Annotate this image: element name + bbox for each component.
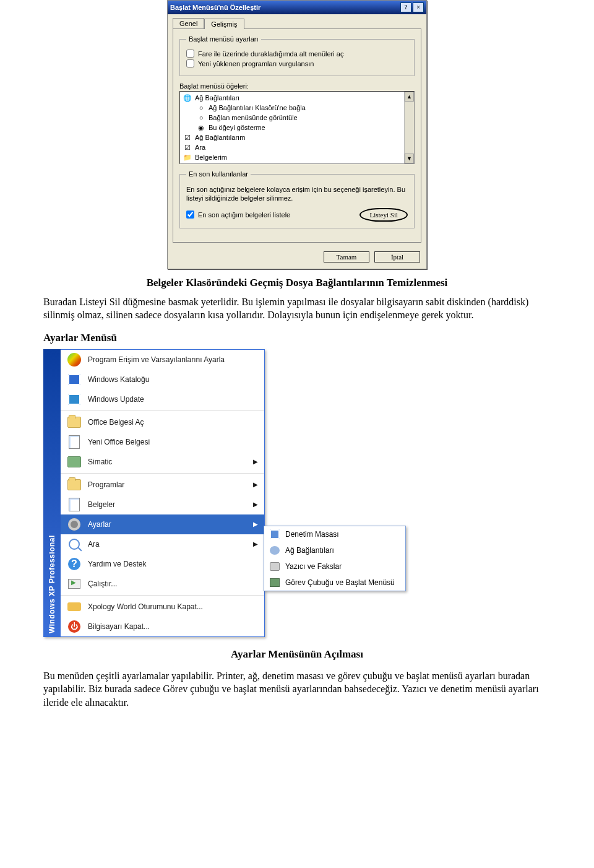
menu-item-new-office[interactable]: Yeni Office Belgesi [61,432,264,452]
taskbar-icon [269,577,280,588]
submenu-label: Ağ Bağlantıları [285,546,334,555]
menu-item-windows-update[interactable]: Windows Update [61,389,264,409]
menu-item-search[interactable]: Ara▶ [61,534,264,554]
folder-open-icon [67,415,82,430]
cancel-button[interactable]: İptal [374,251,420,263]
start-menu-settings-group: Başlat menüsü ayarları Fare ile üzerinde… [179,35,415,76]
chevron-right-icon: ▶ [253,481,258,488]
printer-icon [269,561,280,572]
figure-caption: Ayarlar Menüsünün Açılması [43,648,551,661]
start-menu-items-list[interactable]: 🌐Ağ Bağlantıları ○Ağ Bağlantıları Klasör… [179,91,415,164]
documents-icon [67,497,82,512]
chevron-right-icon: ▶ [253,540,258,547]
band-subtitle: Professional [48,535,56,583]
menu-item-settings[interactable]: Ayarlar▶ [61,514,264,534]
search-icon [67,537,82,552]
checkbox-open-submenus-hover[interactable] [186,50,194,58]
dialog-title: Başlat Menüsü'nü Özelleştir [170,4,260,11]
list-item[interactable]: Belgelerim [195,154,227,161]
menu-item-label: Yardım ve Destek [88,560,146,568]
network-icon: 🌐 [183,93,192,102]
menu-item-label: Windows Kataloğu [88,375,149,384]
checkbox-label: Fare ile üzerinde durakladığımda alt men… [198,50,343,58]
chevron-right-icon: ▶ [253,521,258,527]
menu-item-shutdown[interactable]: ⏻Bilgisayarı Kapat... [61,617,264,636]
menu-item-windows-catalog[interactable]: Windows Kataloğu [61,370,264,389]
submenu-item-network[interactable]: Ağ Bağlantıları [264,542,405,558]
programs-folder-icon [67,477,82,492]
customize-start-menu-dialog: Başlat Menüsü'nü Özelleştir ? × Genel Ge… [167,0,427,269]
simatic-icon [67,454,82,469]
paragraph: Buradan Listeyi Sil düğmesine basmak yet… [43,295,551,322]
menu-item-documents[interactable]: Belgeler▶ [61,495,264,514]
folder-icon: 📁 [183,153,192,162]
band-title: Windows XP [48,586,56,633]
list-item[interactable]: Bağlan menüsünde görüntüle [209,114,298,121]
program-access-icon [67,352,82,367]
checkbox-list-recent[interactable] [186,210,194,219]
group-legend: Başlat menüsü ayarları [186,35,261,43]
menu-item-label: Program Erişim ve Varsayılanlarını Ayarl… [88,355,225,364]
submenu-label: Denetim Masası [285,530,339,539]
menu-item-help[interactable]: ?Yardım ve Destek [61,554,264,574]
ok-button[interactable]: Tamam [324,251,369,263]
radio-icon[interactable]: ○ [196,103,206,112]
section-heading: Belgeler Klasöründeki Geçmiş Dosya Bağla… [43,277,551,289]
run-icon [67,576,82,591]
chevron-right-icon: ▶ [253,501,258,508]
menu-item-open-office[interactable]: Office Belgesi Aç [61,412,264,432]
group-legend: En son kullanılanlar [186,170,251,178]
scrollbar[interactable]: ▲ ▼ [404,92,414,163]
submenu-item-control-panel[interactable]: Denetim Masası [264,526,405,542]
windows-update-icon [67,392,82,407]
list-item[interactable]: Bu öğeyi gösterme [209,124,265,131]
scroll-up-icon[interactable]: ▲ [405,92,414,102]
menu-item-label: Windows Update [88,395,144,404]
menu-item-label: Bilgisayarı Kapat... [88,622,150,631]
list-item[interactable]: Ağ Bağlantıları Klasörü'ne bağla [209,104,306,111]
help-icon: ? [67,557,82,571]
menu-item-label: Simatic [88,458,112,466]
control-panel-icon [269,529,280,540]
menu-item-label: Xpology World Oturumunu Kapat... [88,602,203,611]
radio-icon-selected[interactable]: ◉ [196,123,206,132]
submenu-item-taskbar[interactable]: Görev Çubuğu ve Başlat Menüsü [264,575,405,591]
network-icon [269,545,280,556]
list-item[interactable]: Ara [195,144,205,151]
menu-item-simatic[interactable]: Simatic▶ [61,452,264,472]
list-item[interactable]: Ağ Bağlantılarım [195,134,245,141]
submenu-label: Görev Çubuğu ve Başlat Menüsü [285,578,395,587]
windows-icon [67,372,82,387]
tab-general[interactable]: Genel [173,18,204,28]
menu-item-program-access[interactable]: Program Erişim ve Varsayılanlarını Ayarl… [61,350,264,370]
close-button[interactable]: × [413,2,424,12]
checkbox-checked-icon[interactable]: ☑ [183,133,192,142]
scroll-down-icon[interactable]: ▼ [405,154,414,163]
dialog-titlebar[interactable]: Başlat Menüsü'nü Özelleştir ? × [168,1,426,14]
new-document-icon [67,435,82,449]
menu-item-logoff[interactable]: Xpology World Oturumunu Kapat... [61,597,264,617]
submenu-item-printers[interactable]: Yazıcı ve Fakslar [264,558,405,575]
logoff-icon [67,599,82,614]
help-button[interactable]: ? [400,2,411,12]
menu-item-programs[interactable]: Programlar▶ [61,475,264,495]
settings-icon [67,517,82,532]
recent-documents-group: En son kullanılanlar En son açtığınız be… [179,170,415,228]
menu-item-label: Office Belgesi Aç [88,418,144,427]
menu-item-label: Programlar [88,480,124,489]
start-menu: Windows XP Professional Program Erişim v… [43,349,265,637]
menu-item-label: Yeni Office Belgesi [88,438,150,446]
menu-item-label: Belgeler [88,500,115,509]
list-item[interactable]: Ağ Bağlantıları [195,94,239,102]
tab-advanced[interactable]: Gelişmiş [204,19,244,29]
menu-item-label: Ara [88,540,100,549]
clear-list-button[interactable]: Listeyi Sil [359,208,408,222]
menu-item-run[interactable]: Çalıştır... [61,574,264,594]
menu-item-label: Ayarlar [88,520,111,529]
section-heading: Ayarlar Menüsü [43,332,551,344]
radio-icon[interactable]: ○ [196,113,206,122]
items-label: Başlat menüsü öğeleri: [179,82,415,90]
checkbox-highlight-new[interactable] [186,59,194,67]
checkbox-checked-icon[interactable]: ☑ [183,143,192,152]
power-icon: ⏻ [67,619,82,634]
